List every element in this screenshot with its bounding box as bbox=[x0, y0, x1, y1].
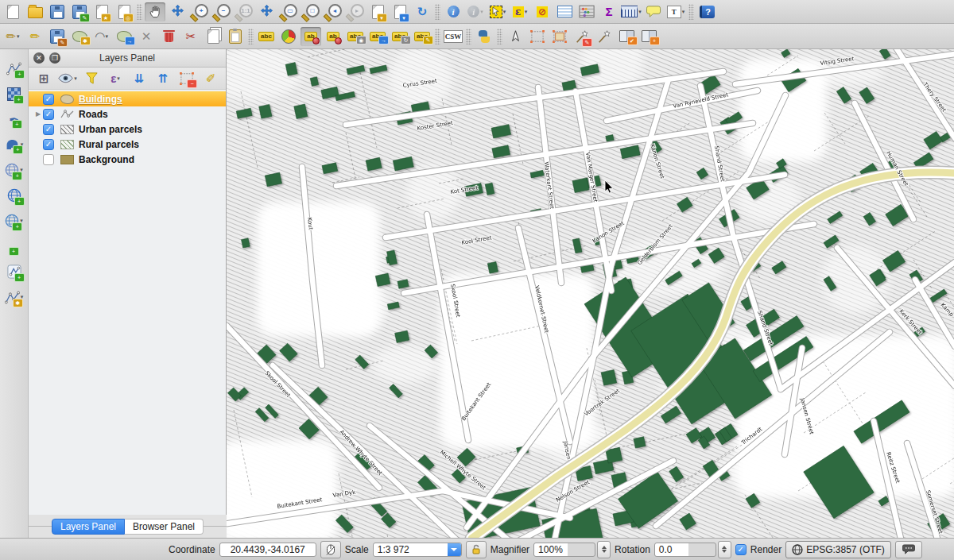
layer-row-roads[interactable]: ▶✓Roads bbox=[29, 106, 226, 122]
python-console-button[interactable] bbox=[474, 27, 494, 46]
scale-combo[interactable]: 1:3 972 bbox=[373, 543, 462, 557]
label-layer-button[interactable]: abc bbox=[256, 27, 277, 46]
rotation-stepper[interactable] bbox=[718, 541, 731, 558]
open-attribute-table-button[interactable] bbox=[554, 2, 575, 21]
map-canvas[interactable]: Cyrus StreetKoster StreetKot StreetKool … bbox=[227, 49, 954, 538]
zoom-to-layer-button[interactable]: ▭ bbox=[278, 2, 299, 21]
new-virtual-layer-button[interactable]: ✱▾ bbox=[4, 288, 25, 307]
pan-map-button[interactable] bbox=[145, 2, 165, 21]
move-feature-button[interactable]: → bbox=[114, 27, 134, 46]
zoom-last-button[interactable]: ◂ bbox=[323, 2, 343, 21]
layer-row-background[interactable]: Background bbox=[29, 152, 226, 167]
style-book-check-button[interactable]: ✔ bbox=[616, 27, 637, 46]
filter-by-expression-button[interactable]: ε▾ bbox=[104, 69, 126, 88]
crs-status-button[interactable]: EPSG:3857 (OTF) bbox=[785, 541, 891, 558]
label-visibility-button[interactable]: abc◉ bbox=[345, 27, 366, 46]
tab-browser-panel[interactable]: Browser Panel bbox=[125, 519, 204, 535]
add-vector-layer-button[interactable]: + bbox=[4, 59, 25, 78]
remove-layer-button[interactable]: − bbox=[176, 69, 198, 88]
map-tips-button[interactable] bbox=[643, 2, 664, 21]
new-print-composer-button[interactable]: ★ bbox=[91, 2, 112, 21]
label-pin-button[interactable]: ab bbox=[323, 27, 343, 46]
cut-features-button[interactable]: ✂ bbox=[180, 27, 201, 46]
messages-button[interactable] bbox=[895, 541, 922, 558]
composer-manager-button[interactable]: ◎ bbox=[114, 2, 134, 21]
expand-all-button[interactable]: ⇊ bbox=[128, 69, 150, 88]
save-layer-edits-button[interactable]: ✎ bbox=[47, 27, 68, 46]
layer-row-rural-parcels[interactable]: ✓Rural parcels bbox=[29, 137, 226, 152]
rotation-spinbox[interactable]: 0.0 bbox=[654, 541, 731, 558]
node-tool-button[interactable]: ✕ bbox=[136, 27, 157, 46]
add-group-button[interactable]: ⊞ bbox=[33, 69, 55, 88]
add-wms-layer-button[interactable]: + bbox=[4, 186, 25, 205]
add-wfs-layer-button[interactable]: +▾ bbox=[4, 211, 25, 230]
help-button[interactable]: ? bbox=[696, 2, 717, 21]
tab-layers-panel[interactable]: Layers Panel bbox=[52, 519, 125, 535]
render-checkbox[interactable]: ✓ bbox=[735, 544, 747, 555]
text-annotation-button[interactable]: T▾ bbox=[665, 2, 686, 21]
magnifier-spinbox[interactable]: 100% bbox=[533, 541, 611, 558]
statistical-summary-button[interactable]: Σ bbox=[599, 2, 619, 21]
current-edits-button[interactable]: ✏▾ bbox=[2, 27, 23, 46]
style-book-add-button[interactable]: + bbox=[638, 27, 659, 46]
filter-legend-button[interactable] bbox=[80, 69, 103, 88]
select-features-button[interactable]: ▾ bbox=[487, 2, 508, 21]
label-properties-button[interactable]: abc✎ bbox=[412, 27, 432, 46]
add-mssql-layer-button[interactable]: +▾ bbox=[4, 160, 25, 180]
image-frame-button[interactable] bbox=[549, 27, 570, 46]
delete-selected-button[interactable] bbox=[158, 27, 179, 46]
label-pie-button[interactable] bbox=[278, 27, 299, 46]
scale-lock-button[interactable] bbox=[466, 541, 487, 558]
open-project-button[interactable] bbox=[25, 2, 45, 21]
paste-features-button[interactable] bbox=[225, 27, 246, 46]
new-shapefile-layer-button[interactable]: + bbox=[4, 262, 25, 281]
layer-checkbox[interactable] bbox=[43, 154, 54, 165]
refresh-map-button[interactable]: ↻ bbox=[412, 2, 432, 21]
layer-checkbox[interactable]: ✓ bbox=[43, 124, 54, 135]
select-region-button[interactable] bbox=[527, 27, 548, 46]
layer-checkbox[interactable]: ✓ bbox=[43, 139, 54, 150]
add-feature-button[interactable]: ✱ bbox=[69, 27, 90, 46]
zoom-to-selection-button[interactable]: □ bbox=[301, 2, 321, 21]
select-by-expression-button[interactable]: ε▾ bbox=[510, 2, 530, 21]
add-raster-layer-button[interactable]: + bbox=[4, 84, 25, 103]
save-project-button[interactable] bbox=[47, 2, 68, 21]
add-spatialite-layer-button[interactable]: ✒+ bbox=[4, 110, 25, 129]
magnifier-value[interactable]: 100% bbox=[533, 543, 595, 557]
zoom-in-button[interactable]: + bbox=[189, 2, 210, 21]
add-postgis-layer-button[interactable]: +▾ bbox=[4, 135, 25, 154]
measure-button[interactable]: ▾ bbox=[621, 2, 642, 21]
manage-visibility-button[interactable]: ▾ bbox=[56, 69, 79, 88]
show-bookmarks-button[interactable]: ▾ bbox=[390, 2, 410, 21]
panel-float-icon[interactable]: ❐ bbox=[49, 52, 60, 64]
scale-dropdown-icon[interactable] bbox=[448, 543, 461, 556]
copy-features-button[interactable] bbox=[203, 27, 223, 46]
expander-icon[interactable]: ▶ bbox=[33, 110, 43, 118]
identify-features-button[interactable]: i bbox=[443, 2, 463, 21]
clean-style-button[interactable]: ✐ bbox=[200, 69, 222, 88]
pan-to-selection-button[interactable] bbox=[167, 2, 188, 21]
add-delimited-text-layer-button[interactable]: ,+ bbox=[4, 237, 25, 256]
circular-string-button[interactable]: ◠▾ bbox=[91, 27, 112, 46]
magnifier-stepper[interactable] bbox=[597, 541, 611, 558]
style-wand-button[interactable] bbox=[594, 27, 615, 46]
metasearch-csw-button[interactable]: CSW bbox=[443, 27, 463, 46]
new-bookmark-button[interactable]: ▾ bbox=[367, 2, 388, 21]
layer-checkbox[interactable]: ✓ bbox=[43, 94, 54, 105]
autostyle-wand-button[interactable]: ✎ bbox=[572, 27, 592, 46]
layer-row-urban-parcels[interactable]: ✓Urban parcels bbox=[29, 122, 226, 137]
layer-checkbox[interactable]: ✓ bbox=[43, 109, 54, 120]
label-move-button[interactable]: abc→ bbox=[367, 27, 388, 46]
label-pin-active-button[interactable]: ab bbox=[301, 27, 321, 46]
north-arrow-button[interactable] bbox=[505, 27, 525, 46]
deselect-all-button[interactable]: ⊘ bbox=[532, 2, 553, 21]
rotation-value[interactable]: 0.0 bbox=[654, 543, 716, 557]
toggle-extents-button[interactable] bbox=[320, 541, 341, 558]
toggle-editing-button[interactable]: ✏ bbox=[25, 27, 45, 46]
coordinate-input[interactable]: 20.4439,-34.0167 bbox=[219, 543, 316, 557]
field-calculator-button[interactable] bbox=[576, 2, 597, 21]
collapse-all-button[interactable]: ⇈ bbox=[152, 69, 174, 88]
zoom-full-button[interactable] bbox=[256, 2, 277, 21]
layer-row-buildings[interactable]: ✓Buildings bbox=[29, 91, 226, 106]
panel-close-icon[interactable]: ✕ bbox=[33, 52, 45, 64]
